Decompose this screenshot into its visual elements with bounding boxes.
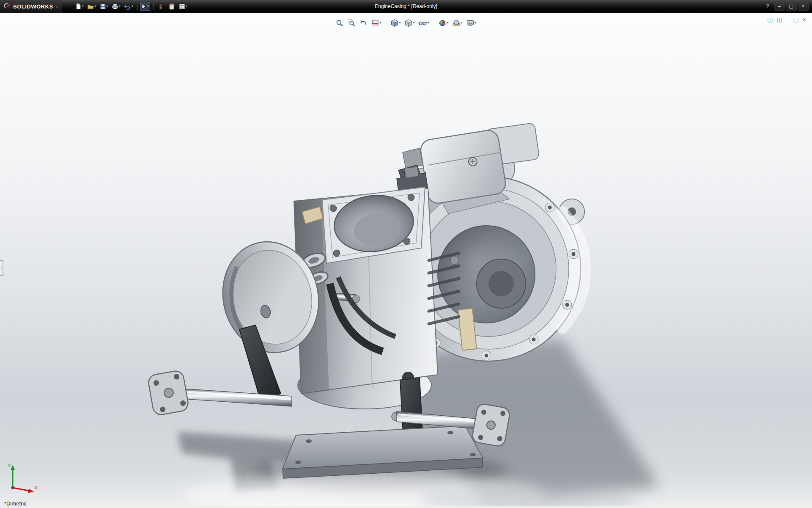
minimize-button[interactable]: – [774,2,785,11]
dropdown-caret-icon[interactable]: ▾ [132,5,133,8]
options-icon[interactable]: ▾ [178,2,189,11]
dropdown-caret-icon[interactable]: ▾ [82,5,84,8]
brand-chevron-icon[interactable]: › [56,4,58,9]
solidworks-brand: SOLIDWORKS › [0,0,62,13]
undo-icon[interactable]: ▾ [123,2,134,11]
zoom-to-area-icon[interactable] [346,18,356,28]
rebuild-icon[interactable] [156,2,166,11]
previous-view-icon[interactable] [358,18,368,28]
solidworks-logo-icon [3,3,11,11]
dropdown-caret-icon[interactable]: ▾ [147,5,149,8]
feature-tree-collapsed-tab[interactable]: ‹ [0,260,4,276]
pane-split-right-icon[interactable]: ◫ [777,16,782,23]
open-icon[interactable]: ▾ [86,2,98,11]
document-window-controls: ◫ ◫ – ▢ × [767,16,806,23]
apply-scene-icon[interactable]: ▾ [452,18,464,28]
viewport-bottom-edge [0,506,812,508]
dropdown-caret-icon[interactable]: ▾ [447,21,449,25]
dropdown-caret-icon[interactable]: ▾ [107,5,108,8]
hide-show-items-icon[interactable]: ▾ [417,18,430,28]
save-icon[interactable]: ▾ [99,2,110,11]
dropdown-caret-icon[interactable]: ▾ [461,21,463,25]
dropdown-caret-icon[interactable]: ▾ [427,21,429,25]
doc-minimize-icon[interactable]: – [786,16,790,23]
section-view-icon[interactable]: ▾ [370,18,382,28]
close-button[interactable]: × [798,2,809,11]
dropdown-caret-icon[interactable]: ▾ [399,21,401,25]
main-toolbar: ▾ ▾ ▾ ▾ ▾ ▾ [74,2,189,11]
select-cursor-icon[interactable]: ▾ [140,2,150,11]
window-title: EngineCasing * [Read-only] [375,0,437,13]
toolbar-separator [153,3,153,10]
toolbar-separator [137,3,137,10]
file-properties-icon[interactable] [167,2,177,11]
solidworks-window: SOLIDWORKS › ▾ ▾ ▾ ▾ ▾ [0,0,812,508]
dropdown-caret-icon[interactable]: ▾ [475,21,477,25]
pane-split-left-icon[interactable]: ◫ [767,16,773,23]
dropdown-caret-icon[interactable]: ▾ [413,21,414,25]
edit-appearance-icon[interactable]: ▾ [438,18,450,28]
triad-y-label: Y [8,463,11,468]
orientation-label: *Dimetric [4,500,27,507]
help-button[interactable]: ? [762,2,773,11]
view-orientation-icon[interactable]: ▾ [390,18,401,28]
doc-restore-icon[interactable]: ▢ [793,16,799,23]
new-document-icon[interactable]: ▾ [74,2,85,11]
restore-button[interactable]: ▢ [786,2,797,11]
dropdown-caret-icon[interactable]: ▾ [119,5,121,8]
dropdown-caret-icon[interactable]: ▾ [95,5,96,8]
brand-text: SOLIDWORKS [13,3,53,10]
model-engine-casing[interactable] [0,13,812,508]
window-controls: ? – ▢ × [762,2,812,11]
dropdown-caret-icon[interactable]: ▾ [186,5,187,8]
triad-x-label: X [35,485,38,490]
heads-up-toolbar: ▾ ▾ ▾ ▾ ▾ ▾ [335,18,477,28]
zoom-to-fit-icon[interactable] [335,18,344,28]
display-style-icon[interactable]: ▾ [403,18,415,28]
print-icon[interactable]: ▾ [110,2,122,11]
graphics-viewport[interactable]: ▾ ▾ ▾ ▾ ▾ ▾ [0,13,812,508]
view-settings-icon[interactable]: ▾ [466,18,477,28]
titlebar: SOLIDWORKS › ▾ ▾ ▾ ▾ ▾ [0,0,812,13]
doc-close-icon[interactable]: × [803,16,806,23]
reference-triad: Y X [6,461,41,496]
dropdown-caret-icon[interactable]: ▾ [379,21,381,25]
